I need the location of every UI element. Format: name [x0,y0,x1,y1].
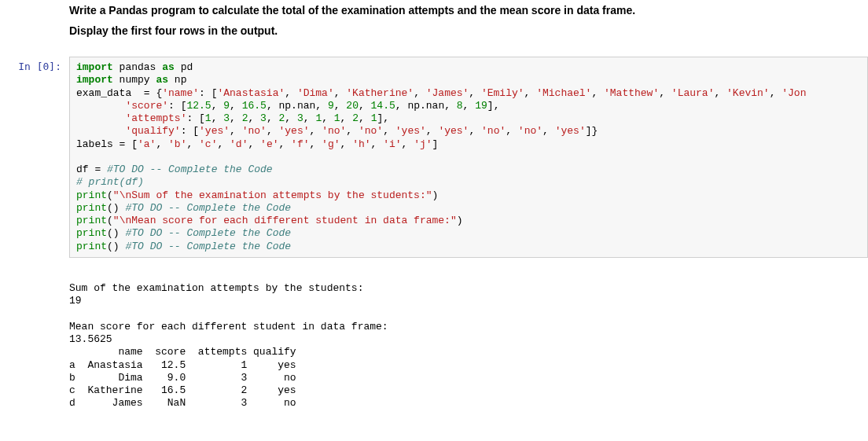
code-output: Sum of the examination attempts by the s… [69,266,868,414]
problem-statement-1: Write a Pandas program to calculate the … [69,4,852,17]
code-input[interactable]: import pandas as pd import numpy as np e… [69,57,868,258]
problem-statement-2: Display the first four rows in the outpu… [69,24,852,37]
input-prompt: In [0]: [0,57,69,258]
markdown-cell: Write a Pandas program to calculate the … [69,0,852,57]
code-cell: In [0]: import pandas as pd import numpy… [0,57,868,258]
